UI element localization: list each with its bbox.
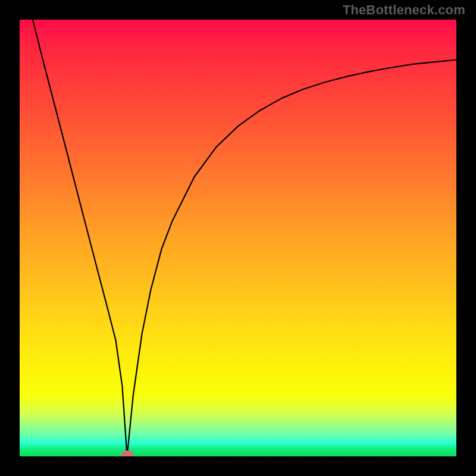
- chart-frame: TheBottleneck.com: [0, 0, 476, 476]
- minimum-marker: [121, 450, 133, 456]
- plot-area: [20, 20, 456, 456]
- bottleneck-curve: [20, 20, 456, 456]
- watermark-text: TheBottleneck.com: [343, 2, 465, 18]
